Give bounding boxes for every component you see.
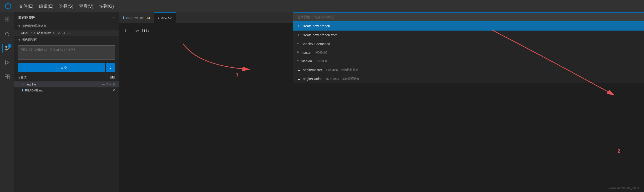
line-numbers: 1: [119, 28, 131, 187]
tab-newfile-name: new file: [161, 16, 172, 20]
file-icon-readme: ℹ: [22, 89, 23, 92]
annotation-2: 2: [618, 148, 620, 154]
branch-icon-master: ⑂: [297, 51, 299, 54]
branch-search-input[interactable]: [297, 15, 640, 19]
branch-list: + Create new branch... + Create new bran…: [293, 22, 644, 83]
chevron-down-icon3: ∨: [18, 76, 20, 79]
remote-icon-origin-master: ☁: [297, 68, 300, 72]
sync-icon[interactable]: ↻: [53, 31, 56, 35]
commit-button[interactable]: ✓ 提交: [18, 63, 105, 72]
menu-edit[interactable]: 编辑(E): [39, 3, 53, 9]
svg-marker-10: [6, 61, 9, 64]
svg-rect-13: [8, 75, 9, 77]
svg-rect-1: [8, 18, 9, 19]
branch-item-origin-master[interactable]: ☁ origin/master f06d9bb6 处的远程分支: [293, 65, 644, 74]
menu-goto[interactable]: 转到(G): [99, 3, 114, 9]
commit-dropdown-button[interactable]: ∨: [106, 63, 115, 72]
remote-icon-origin-xiaolan: ☁: [297, 77, 300, 81]
branch-item-create-new[interactable]: + Create new branch...: [293, 22, 644, 31]
tab-readme-modifier: M: [147, 16, 150, 20]
branch-name: master*: [41, 31, 51, 35]
branch-hash-xiaolan: 82773000: [316, 59, 328, 63]
source-control-section[interactable]: ∨ 源代码管理: [14, 36, 119, 43]
svg-point-6: [6, 46, 7, 48]
stage-icon[interactable]: ↺: [106, 83, 108, 86]
annotation-1: 1: [236, 72, 238, 78]
file-name-newfile: new file: [26, 83, 100, 86]
source-control-badge: 2: [8, 44, 12, 48]
repo-actions: ↻ ✓ ↺ ···: [53, 31, 70, 35]
plus-icon: +: [297, 24, 299, 28]
branch-item-master[interactable]: ⑂ master f06d9bb6: [293, 48, 644, 57]
changes-badge: 2: [110, 76, 115, 79]
repo-section-title[interactable]: ∨ 源代码管理存储库: [14, 23, 119, 30]
repo-type: Git: [31, 31, 35, 35]
source-control-icon[interactable]: 2: [2, 43, 12, 53]
sidebar-more-icon[interactable]: ···: [112, 16, 115, 20]
file-status-readme: M: [113, 89, 115, 92]
checkout-icon: ⑂: [297, 42, 299, 46]
refresh-icon[interactable]: ↺: [62, 31, 65, 35]
remote-name-origin-master: origin/master: [303, 68, 322, 72]
extensions-icon[interactable]: [2, 72, 12, 82]
create-new-branch-label: Create new branch...: [302, 24, 332, 28]
source-control-label: 源代码管理: [22, 38, 37, 42]
svg-rect-0: [5, 18, 7, 20]
branch-dropdown: + Create new branch... + Create new bran…: [293, 13, 644, 192]
search-icon[interactable]: [2, 29, 12, 39]
repo-section-label: 源代码管理存储库: [22, 24, 46, 28]
svg-rect-12: [5, 75, 7, 77]
file-item-readme[interactable]: ℹ README.md M: [14, 87, 119, 93]
changes-label: 更改: [20, 75, 110, 79]
menu-view[interactable]: 查看(V): [79, 3, 94, 9]
sidebar-header: 源代码管理 ···: [14, 13, 119, 23]
menu-more[interactable]: ···: [120, 3, 123, 9]
menu-file[interactable]: 文件(E): [19, 3, 33, 9]
branch-icon-xiaolan: ⑂: [297, 59, 299, 63]
tab-newfile[interactable]: ≡ new file: [154, 13, 176, 23]
branch-hash-master: f06d9bb6: [316, 51, 327, 54]
file-item-newfile[interactable]: ≡ new file ↩ ↺ + U: [14, 81, 119, 87]
repo-name: ADAS: [21, 31, 29, 35]
sidebar-title: 源代码管理: [18, 16, 36, 20]
check-icon[interactable]: ✓: [58, 31, 60, 35]
changes-section[interactable]: ∨ 更改 2: [14, 73, 119, 81]
svg-rect-15: [8, 77, 9, 79]
file-status-newfile: U: [113, 83, 115, 86]
discard-icon[interactable]: ↩: [102, 83, 105, 86]
explorer-icon[interactable]: [2, 15, 12, 24]
branch-item-checkout-detached[interactable]: ⑂ Checkout detached...: [293, 40, 644, 48]
plus-icon2: +: [297, 33, 299, 37]
file-actions-newfile: ↩ ↺ +: [102, 83, 111, 86]
menu-bar: 文件(E) 编辑(E) 选择(S) 查看(V) 转到(G) ···: [19, 3, 123, 9]
main-layout: 2 源代码管理 ··· ∨ 源代码管理存储库 ADA: [0, 13, 644, 192]
svg-rect-2: [8, 19, 9, 21]
branch-item-create-from[interactable]: + Create new branch from...: [293, 31, 644, 40]
checkout-detached-label: Checkout detached...: [302, 42, 333, 46]
remote-hash-origin-xiaolan: 82773000: [326, 77, 339, 80]
tab-readme-icon: ℹ: [123, 16, 124, 19]
chevron-down-icon: ∨: [18, 24, 20, 28]
vscode-logo: ⬡: [5, 2, 12, 11]
add-icon[interactable]: +: [109, 83, 111, 86]
svg-point-4: [6, 32, 8, 35]
titlebar: ⬡ 文件(E) 编辑(E) 选择(S) 查看(V) 转到(G) ···: [0, 0, 644, 13]
sidebar: 源代码管理 ··· ∨ 源代码管理存储库 ADAS Git master*: [14, 13, 119, 192]
tab-readme[interactable]: ℹ README.md M: [119, 13, 154, 23]
svg-point-16: [38, 32, 38, 33]
more-icon[interactable]: ···: [67, 31, 70, 35]
branch-item-xiaolan[interactable]: ⑂ xiaolan 82773000: [293, 57, 644, 65]
commit-message-input[interactable]: [18, 45, 115, 60]
repo-row: ADAS Git master* ↻ ✓ ↺ ···: [14, 30, 119, 36]
menu-select[interactable]: 选择(S): [59, 3, 74, 9]
repo-branch[interactable]: master*: [37, 31, 51, 35]
chevron-down-icon2: ∨: [18, 38, 20, 42]
svg-rect-14: [5, 77, 7, 79]
tab-newfile-icon: ≡: [158, 16, 160, 20]
message-input-area: [18, 45, 115, 60]
branch-item-origin-xiaolan[interactable]: ☁ origin/xiaolan 82773000 处的远程分支: [293, 74, 644, 83]
line-number-1: 1: [119, 28, 126, 33]
svg-rect-3: [5, 20, 7, 21]
run-icon[interactable]: [2, 58, 12, 67]
svg-line-5: [8, 35, 9, 36]
